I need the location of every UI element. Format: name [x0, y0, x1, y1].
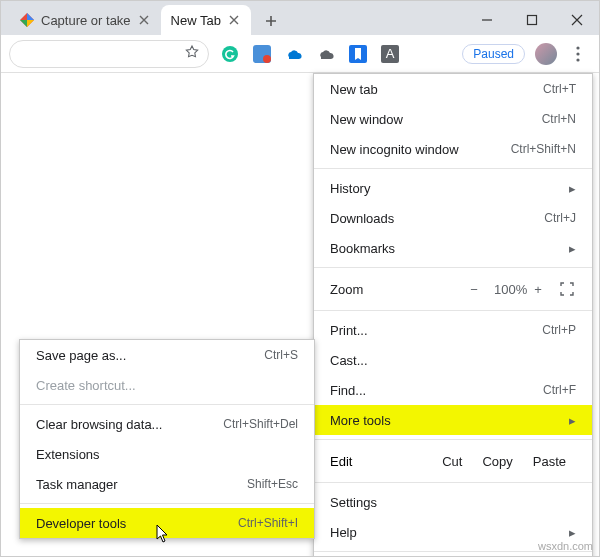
window-controls — [464, 5, 599, 35]
menu-separator — [20, 404, 314, 405]
menu-label: Zoom — [330, 282, 454, 297]
submenu-developer-tools[interactable]: Developer tools Ctrl+Shift+I — [20, 508, 314, 538]
menu-shortcut: Ctrl+S — [264, 348, 298, 362]
chrome-menu-button[interactable] — [565, 41, 591, 67]
profile-paused-button[interactable]: Paused — [462, 44, 525, 64]
submenu-save-page[interactable]: Save page as... Ctrl+S — [20, 340, 314, 370]
chevron-right-icon: ▸ — [569, 525, 576, 540]
onedrive-icon[interactable] — [285, 45, 303, 63]
menu-label: History — [330, 181, 563, 196]
toolbar: A Paused — [1, 35, 599, 73]
menu-edit: Edit Cut Copy Paste — [314, 444, 592, 478]
submenu-create-shortcut: Create shortcut... — [20, 370, 314, 400]
todoist-icon[interactable] — [253, 45, 271, 63]
svg-point-12 — [576, 52, 579, 55]
menu-label: Clear browsing data... — [36, 417, 223, 432]
tab-newtab[interactable]: New Tab — [161, 5, 251, 35]
zoom-value: 100% — [494, 282, 518, 297]
menu-label: Developer tools — [36, 516, 238, 531]
menu-more-tools[interactable]: More tools ▸ — [314, 405, 592, 435]
menu-label: Task manager — [36, 477, 247, 492]
address-bar[interactable] — [9, 40, 209, 68]
extension-icons: A — [221, 45, 399, 63]
titlebar: Capture or take New Tab — [1, 1, 599, 35]
menu-label: Create shortcut... — [36, 378, 298, 393]
chevron-right-icon: ▸ — [569, 181, 576, 196]
menu-label: New tab — [330, 82, 543, 97]
menu-separator — [20, 503, 314, 504]
menu-shortcut: Ctrl+F — [543, 383, 576, 397]
avatar[interactable] — [535, 43, 557, 65]
menu-separator — [314, 310, 592, 311]
copy-button[interactable]: Copy — [472, 454, 522, 469]
svg-point-11 — [576, 46, 579, 49]
menu-shortcut: Ctrl+P — [542, 323, 576, 337]
menu-find[interactable]: Find... Ctrl+F — [314, 375, 592, 405]
menu-label: Save page as... — [36, 348, 264, 363]
menu-print[interactable]: Print... Ctrl+P — [314, 315, 592, 345]
menu-label: Edit — [330, 454, 432, 469]
watermark: wsxdn.com — [538, 540, 593, 552]
bookmark-ext-icon[interactable] — [349, 45, 367, 63]
tab-capture[interactable]: Capture or take — [9, 5, 161, 35]
submenu-clear-data[interactable]: Clear browsing data... Ctrl+Shift+Del — [20, 409, 314, 439]
new-tab-button[interactable] — [257, 7, 285, 35]
tab-title: Capture or take — [41, 13, 131, 28]
menu-separator — [314, 439, 592, 440]
submenu-task-manager[interactable]: Task manager Shift+Esc — [20, 469, 314, 499]
menu-label: Downloads — [330, 211, 544, 226]
menu-separator — [314, 168, 592, 169]
menu-label: New incognito window — [330, 142, 511, 157]
menu-downloads[interactable]: Downloads Ctrl+J — [314, 203, 592, 233]
menu-label: Print... — [330, 323, 542, 338]
pdf-icon[interactable]: A — [381, 45, 399, 63]
menu-cast[interactable]: Cast... — [314, 345, 592, 375]
menu-label: Find... — [330, 383, 543, 398]
submenu-extensions[interactable]: Extensions — [20, 439, 314, 469]
maximize-button[interactable] — [509, 5, 554, 35]
minimize-button[interactable] — [464, 5, 509, 35]
menu-shortcut: Ctrl+Shift+N — [511, 142, 576, 156]
svg-marker-1 — [27, 13, 34, 20]
menu-zoom: Zoom − 100% + — [314, 272, 592, 306]
menu-shortcut: Ctrl+J — [544, 211, 576, 225]
cut-button[interactable]: Cut — [432, 454, 472, 469]
menu-separator — [314, 267, 592, 268]
grammarly-icon[interactable] — [221, 45, 239, 63]
menu-separator — [314, 482, 592, 483]
svg-point-7 — [263, 55, 271, 63]
menu-shortcut: Ctrl+Shift+I — [238, 516, 298, 530]
favicon-icon — [19, 12, 35, 28]
svg-point-5 — [222, 46, 238, 62]
chrome-menu: New tab Ctrl+T New window Ctrl+N New inc… — [313, 73, 593, 557]
zoom-out-button[interactable]: − — [462, 282, 486, 297]
chevron-right-icon: ▸ — [569, 413, 576, 428]
menu-incognito[interactable]: New incognito window Ctrl+Shift+N — [314, 134, 592, 164]
star-icon[interactable] — [184, 44, 200, 63]
paste-button[interactable]: Paste — [523, 454, 576, 469]
menu-new-window[interactable]: New window Ctrl+N — [314, 104, 592, 134]
menu-shortcut: Ctrl+N — [542, 112, 576, 126]
menu-settings[interactable]: Settings — [314, 487, 592, 517]
menu-bookmarks[interactable]: Bookmarks ▸ — [314, 233, 592, 263]
close-window-button[interactable] — [554, 5, 599, 35]
cloud-icon[interactable] — [317, 45, 335, 63]
menu-label: Extensions — [36, 447, 298, 462]
svg-point-13 — [576, 58, 579, 61]
tab-title: New Tab — [171, 13, 221, 28]
svg-rect-4 — [527, 16, 536, 25]
chevron-right-icon: ▸ — [569, 241, 576, 256]
zoom-in-button[interactable]: + — [526, 282, 550, 297]
fullscreen-icon[interactable] — [558, 280, 576, 298]
svg-marker-2 — [27, 20, 34, 27]
menu-label: Bookmarks — [330, 241, 563, 256]
more-tools-submenu: Save page as... Ctrl+S Create shortcut..… — [19, 339, 315, 539]
menu-label: More tools — [330, 413, 563, 428]
menu-history[interactable]: History ▸ — [314, 173, 592, 203]
svg-marker-3 — [20, 20, 27, 27]
menu-new-tab[interactable]: New tab Ctrl+T — [314, 74, 592, 104]
close-icon[interactable] — [227, 13, 241, 27]
menu-shortcut: Shift+Esc — [247, 477, 298, 491]
close-icon[interactable] — [137, 13, 151, 27]
menu-shortcut: Ctrl+Shift+Del — [223, 417, 298, 431]
